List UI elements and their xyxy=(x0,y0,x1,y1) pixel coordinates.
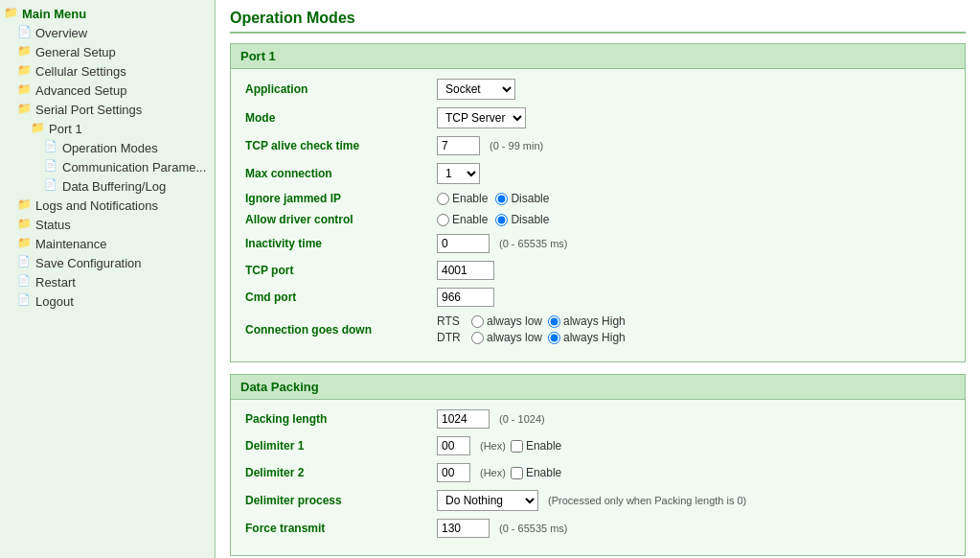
rts-always-low-label[interactable]: always low xyxy=(471,314,542,328)
data-packing-section: Data Packing Packing length (0 - 1024) D… xyxy=(230,374,966,556)
allow-driver-enable-radio[interactable] xyxy=(437,214,449,226)
port1-section: Port 1 Application Socket UDP Raw TCP xyxy=(230,43,966,362)
cmd-port-input[interactable] xyxy=(437,288,494,307)
allow-driver-control: Enable Disable xyxy=(437,213,549,226)
cmd-port-row: Cmd port xyxy=(245,288,950,307)
sidebar-item-label: Communication Parame... xyxy=(62,160,206,174)
mode-row: Mode TCP Server TCP Client xyxy=(245,107,950,128)
dtr-always-high-label[interactable]: always High xyxy=(548,331,626,344)
mode-label: Mode xyxy=(245,111,437,125)
tcp-port-control xyxy=(437,261,494,280)
tcp-alive-input[interactable] xyxy=(437,136,480,155)
inactivity-hint: (0 - 65535 ms) xyxy=(499,238,568,249)
dtr-row: DTR always low always High xyxy=(437,331,626,344)
connection-down-row: Connection goes down RTS always low xyxy=(245,314,950,344)
delimiter1-row: Delimiter 1 (Hex) Enable xyxy=(245,436,950,455)
delimiter1-label: Delimiter 1 xyxy=(245,439,437,453)
ignore-jammed-label: Ignore jammed IP xyxy=(245,192,437,205)
sidebar-item-serial-port-settings[interactable]: 📁 Serial Port Settings xyxy=(0,100,215,119)
tcp-alive-row: TCP alive check time (0 - 99 min) xyxy=(245,136,950,155)
delimiter2-enable-label[interactable]: Enable xyxy=(511,466,561,479)
sidebar-item-logs-notifications[interactable]: 📁 Logs and Notifications xyxy=(0,196,215,215)
sidebar-item-save-configuration[interactable]: 📄 Save Configuration xyxy=(0,253,215,272)
allow-driver-enable-label[interactable]: Enable xyxy=(437,213,488,226)
delimiter2-row: Delimiter 2 (Hex) Enable xyxy=(245,463,950,482)
delimiter-process-hint: (Processed only when Packing length is 0… xyxy=(548,495,746,506)
application-select[interactable]: Socket UDP Raw TCP xyxy=(437,79,515,100)
delimiter1-enable-text: Enable xyxy=(526,439,561,453)
sidebar-item-status[interactable]: 📁 Status xyxy=(0,215,215,234)
delimiter1-input[interactable] xyxy=(437,436,470,455)
mode-control: TCP Server TCP Client xyxy=(437,107,526,128)
sidebar-item-cellular-settings[interactable]: 📁 Cellular Settings xyxy=(0,61,215,81)
ignore-jammed-disable-label[interactable]: Disable xyxy=(495,192,549,205)
force-transmit-input[interactable] xyxy=(437,519,490,538)
rts-always-high-label[interactable]: always High xyxy=(548,314,626,328)
allow-driver-disable-label[interactable]: Disable xyxy=(495,213,549,226)
data-packing-header: Data Packing xyxy=(231,375,965,400)
folder-icon: 📁 xyxy=(17,63,33,79)
dtr-always-low-radio[interactable] xyxy=(471,332,484,344)
tcp-alive-label: TCP alive check time xyxy=(245,139,437,152)
rts-always-low-radio[interactable] xyxy=(471,315,484,328)
delimiter1-enable-checkbox[interactable] xyxy=(511,440,523,453)
sidebar-item-communication-params[interactable]: 📄 Communication Parame... xyxy=(0,157,215,176)
max-connection-row: Max connection 1 2 3 4 xyxy=(245,163,950,184)
sidebar-item-label: Restart xyxy=(35,275,76,290)
folder-icon: 📁 xyxy=(17,82,33,98)
cmd-port-label: Cmd port xyxy=(245,291,437,304)
ignore-jammed-enable-label[interactable]: Enable xyxy=(437,192,488,205)
delimiter-process-select[interactable]: Do Nothing Strip Delimiter Strip None xyxy=(437,490,538,511)
inactivity-control: (0 - 65535 ms) xyxy=(437,234,568,253)
port1-section-body: Application Socket UDP Raw TCP Mode xyxy=(231,69,965,361)
sidebar-item-operation-modes[interactable]: 📄 Operation Modes xyxy=(0,138,215,157)
delimiter1-enable-label[interactable]: Enable xyxy=(511,439,561,453)
sidebar-item-main-menu[interactable]: 📁 Main Menu xyxy=(0,4,215,23)
sidebar-item-label: Data Buffering/Log xyxy=(62,179,166,194)
sidebar-item-label: Maintenance xyxy=(35,237,106,251)
tcp-port-row: TCP port xyxy=(245,261,950,280)
rts-always-high-radio[interactable] xyxy=(548,315,560,328)
delimiter1-hex-hint: (Hex) xyxy=(480,440,506,452)
page-title: Operation Modes xyxy=(230,10,966,34)
dtr-always-high-radio[interactable] xyxy=(548,332,560,344)
application-control: Socket UDP Raw TCP xyxy=(437,79,515,100)
allow-driver-disable-radio[interactable] xyxy=(495,214,508,226)
sidebar-item-restart[interactable]: 📄 Restart xyxy=(0,272,215,291)
connection-down-group: RTS always low always High xyxy=(437,314,626,344)
sidebar-item-label: Logout xyxy=(35,294,74,309)
tcp-alive-hint: (0 - 99 min) xyxy=(490,140,543,151)
force-transmit-hint: (0 - 65535 ms) xyxy=(499,523,568,534)
delimiter2-hex-hint: (Hex) xyxy=(480,467,506,478)
data-packing-body: Packing length (0 - 1024) Delimiter 1 (H… xyxy=(231,400,965,555)
sidebar-item-label: Advanced Setup xyxy=(35,83,126,98)
mode-select[interactable]: TCP Server TCP Client xyxy=(437,107,526,128)
sidebar-item-maintenance[interactable]: 📁 Maintenance xyxy=(0,234,215,253)
inactivity-input[interactable] xyxy=(437,234,490,253)
ignore-jammed-disable-radio[interactable] xyxy=(495,193,508,205)
sidebar-item-logout[interactable]: 📄 Logout xyxy=(0,291,215,311)
dtr-label: DTR xyxy=(437,331,466,344)
sidebar-item-data-buffering-log[interactable]: 📄 Data Buffering/Log xyxy=(0,176,215,196)
disable-text: Disable xyxy=(511,192,549,205)
ignore-jammed-enable-radio[interactable] xyxy=(437,193,449,205)
delimiter2-enable-checkbox[interactable] xyxy=(511,467,523,479)
allow-driver-row: Allow driver control Enable Disable xyxy=(245,213,950,226)
delimiter-process-row: Delimiter process Do Nothing Strip Delim… xyxy=(245,490,950,511)
dtr-always-low-label[interactable]: always low xyxy=(471,331,542,344)
folder-icon: 📁 xyxy=(17,44,33,59)
packing-length-input[interactable] xyxy=(437,409,490,429)
max-connection-label: Max connection xyxy=(245,167,437,180)
sidebar-item-port-1[interactable]: 📁 Port 1 xyxy=(0,119,215,138)
delimiter2-input[interactable] xyxy=(437,463,470,482)
sidebar-item-general-setup[interactable]: 📁 General Setup xyxy=(0,42,215,61)
tcp-port-input[interactable] xyxy=(437,261,494,280)
folder-icon: 📁 xyxy=(17,102,33,117)
enable-text2: Enable xyxy=(452,213,488,226)
force-transmit-label: Force transmit xyxy=(245,522,437,535)
sidebar-item-advanced-setup[interactable]: 📁 Advanced Setup xyxy=(0,81,215,100)
max-connection-select[interactable]: 1 2 3 4 xyxy=(437,163,480,184)
allow-driver-label: Allow driver control xyxy=(245,213,437,226)
sidebar-item-overview[interactable]: 📄 Overview xyxy=(0,23,215,42)
page-icon: 📄 xyxy=(17,255,33,270)
